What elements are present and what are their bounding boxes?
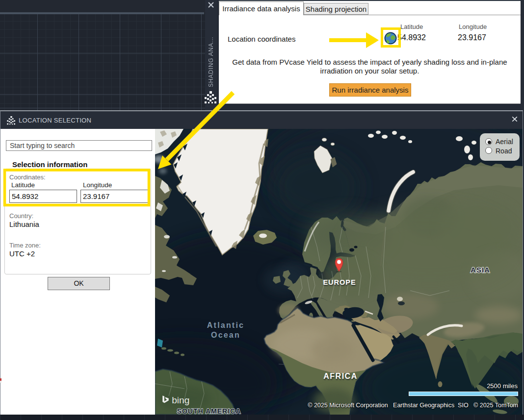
svg-text:Ocean: Ocean [211,331,240,339]
svg-text:AFRICA: AFRICA [323,372,357,380]
svg-text:EUROPE: EUROPE [323,278,356,286]
svg-text:SOUTH AMERICA: SOUTH AMERICA [177,407,241,415]
svg-text:Atlantic: Atlantic [207,321,244,329]
svg-text:ASIA: ASIA [471,266,490,274]
